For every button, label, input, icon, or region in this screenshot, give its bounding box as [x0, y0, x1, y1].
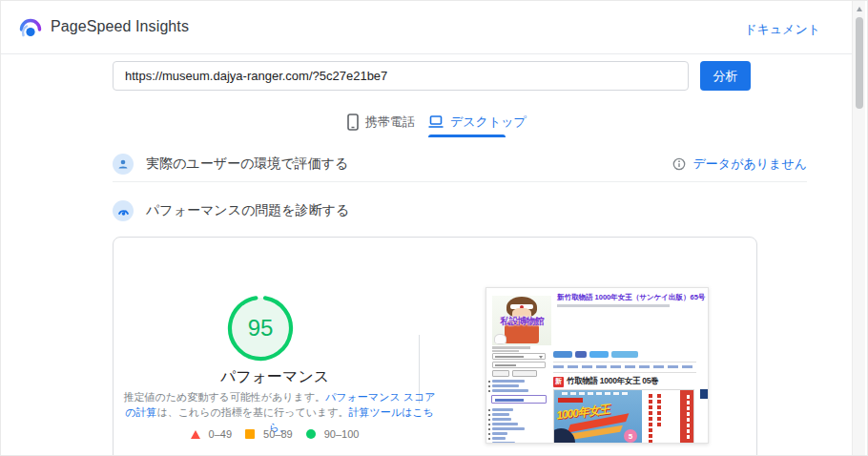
app-title: PageSpeed Insights: [51, 18, 189, 35]
scrollbar-up-arrow-icon[interactable]: [857, 7, 862, 11]
thumb-sidebar-listbox: [491, 395, 547, 404]
thumb-sidebar-link-bar: [492, 437, 506, 440]
thumb-divider: [553, 372, 696, 373]
tab-desktop[interactable]: デスクトップ: [428, 109, 527, 135]
field-data-title: 実際のユーザーの環境で評価する: [146, 155, 348, 173]
tab-desktop-label: デスクトップ: [450, 114, 527, 131]
gauge-icon: [113, 200, 134, 221]
mascot-cat: [494, 334, 506, 344]
thumb-sidebar-link-bar: [492, 380, 525, 383]
site-mascot-image: 私設博物館: [492, 296, 551, 345]
thumb-tag-links-bar: [553, 365, 694, 368]
lab-data-left: パフォーマンスの問題を診断する: [113, 200, 349, 221]
field-data-section-header[interactable]: 実際のユーザーの環境で評価する データがありません: [113, 146, 807, 182]
browser-scrollbar[interactable]: [852, 1, 865, 456]
mobile-phone-icon: [347, 114, 359, 131]
legend-item-average: 50–89: [245, 428, 293, 440]
active-tab-underline: [428, 135, 506, 137]
cover-red-tag: [558, 398, 583, 403]
lab-data-title: パフォーマンスの問題を診断する: [146, 202, 349, 219]
legend-item-good: 90–100: [306, 428, 360, 440]
publisher-logo-square: [700, 389, 709, 399]
spine-vertical-text-bar: [657, 394, 661, 428]
performance-score-gauge[interactable]: 95: [226, 294, 295, 363]
thumb-sidebar-link-bar: [492, 413, 509, 416]
site-name-overlay: 私設博物館: [492, 315, 551, 328]
thumb-share-button: [589, 351, 609, 358]
thumb-breadcrumb-bar: [557, 304, 670, 307]
thumb-share-button: [575, 351, 587, 358]
legend-range-average: 50–89: [263, 428, 293, 440]
cover-volume-number: 5: [624, 429, 637, 443]
manga-cover-image: 1000年女王 5: [553, 389, 694, 444]
thumb-sidebar-link-bar: [492, 423, 518, 425]
thumb-sidebar-link-bar: [492, 418, 511, 421]
legend-range-poor: 0–49: [209, 428, 232, 440]
no-data-status[interactable]: データがありません: [672, 155, 807, 173]
thumb-share-button: [553, 351, 572, 358]
thumb-post-heading: 新 竹取物語 1000年女王 05巻: [553, 376, 658, 387]
thumb-post-title: 竹取物語 1000年女王 05巻: [567, 376, 658, 387]
red-triangle-icon: [191, 430, 200, 439]
thumb-credit-bar: [492, 350, 519, 353]
app-header: PageSpeed Insights ドキュメント: [1, 1, 852, 54]
thumb-share-button: [611, 351, 638, 358]
users-icon: [113, 154, 134, 175]
thumb-sidebar-link-bar: [492, 442, 515, 444]
thumb-sidebar-link-bar: [492, 384, 519, 387]
scrollbar-thumb[interactable]: [856, 17, 863, 109]
tab-mobile-label: 携帯電話: [365, 114, 415, 131]
thumb-sidebar-search: [492, 362, 546, 368]
thumb-page-title: 新竹取物語 1000年女王（サンケイ出版）65号: [557, 293, 706, 301]
thumb-divider: [553, 362, 696, 363]
info-icon: [672, 157, 686, 171]
pagespeed-insights-page: PageSpeed Insights ドキュメント 分析 携帯電話 デスクトップ: [0, 0, 868, 456]
analyze-button[interactable]: 分析: [700, 61, 751, 91]
thumb-sidebar-link-bar: [492, 432, 507, 435]
thumb-sidebar-link-bar: [492, 389, 528, 392]
performance-score-value: 95: [226, 294, 295, 363]
pagespeed-logo-icon: [18, 15, 43, 40]
spine-vertical-text-bar: [649, 394, 652, 444]
thumb-credit-bar: [492, 346, 530, 349]
cover-red-band: [680, 390, 694, 444]
tab-mobile[interactable]: 携帯電話: [347, 109, 415, 135]
cover-spine: [642, 390, 680, 444]
cover-top-band: [562, 392, 629, 395]
note-text-2: は、これらの指標を基に行っています。: [156, 406, 348, 418]
thumb-websearch-button: [512, 370, 537, 377]
legend-item-poor: 0–49: [191, 428, 232, 440]
thumb-sidebar-select: [492, 353, 546, 360]
thumb-sidebar-link-bar: [492, 427, 525, 430]
cover-art: 1000年女王 5: [554, 390, 642, 444]
green-circle-icon: [306, 429, 316, 439]
no-data-label: データがありません: [693, 155, 807, 173]
performance-label: パフォーマンス: [113, 367, 437, 387]
new-badge: 新: [553, 377, 564, 387]
thumb-sidebar-buttons: [492, 370, 537, 377]
legend-range-good: 90–100: [324, 428, 360, 440]
orange-square-icon: [245, 429, 255, 439]
url-input[interactable]: [113, 61, 689, 91]
documentation-link[interactable]: ドキュメント: [744, 21, 820, 38]
score-legend: 0–49 50–89 90–100: [113, 428, 437, 440]
note-text-1: 推定値のため変動する可能性があります。: [124, 391, 326, 403]
lab-data-section-header[interactable]: パフォーマンスの問題を診断する: [113, 196, 807, 226]
desktop-icon: [428, 115, 444, 129]
field-data-left: 実際のユーザーの環境で評価する: [113, 154, 348, 175]
page-screenshot-thumbnail[interactable]: 私設博物館 新竹取物語 1000年女王（サンケイ出版）65号 新: [486, 287, 709, 444]
thumb-sidebar-link-bar: [492, 408, 513, 411]
thumb-search-button: [492, 370, 509, 377]
